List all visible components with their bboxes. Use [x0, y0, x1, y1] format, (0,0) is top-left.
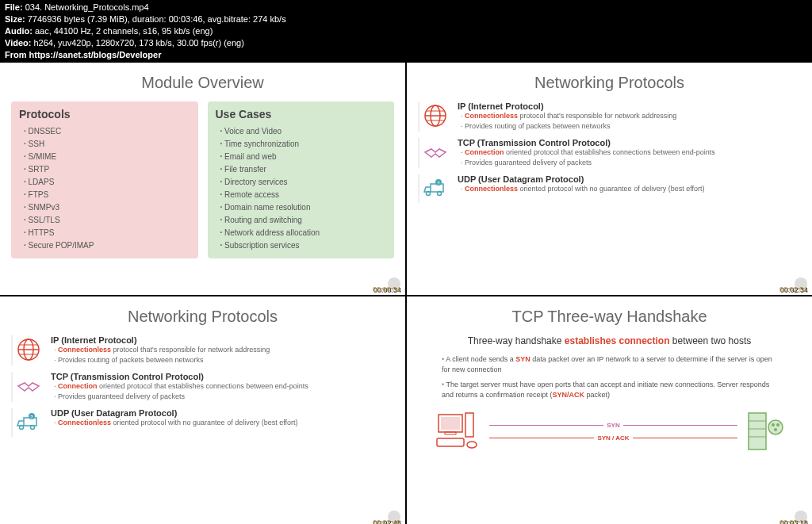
- svg-rect-22: [445, 432, 456, 434]
- list-item: Remote access: [220, 189, 387, 201]
- truck-icon: ?: [14, 408, 43, 437]
- protocol-ip: IP (Internet Protocol) Connectionless pr…: [418, 101, 801, 132]
- list-item: Voice and Video: [220, 125, 387, 138]
- protocol-point: Connectionless protocol that's responsib…: [461, 111, 801, 121]
- media-info-header: File: 034. Networking_Protocols.mp4 Size…: [0, 0, 812, 63]
- globe-icon: [14, 335, 43, 364]
- timestamp: 00:03:18: [779, 518, 807, 524]
- truck-icon: ?: [421, 174, 450, 203]
- svg-point-25: [467, 442, 477, 448]
- protocol-point: Connection oriented protocol that establ…: [461, 147, 801, 158]
- protocols-heading: Protocols: [19, 108, 190, 120]
- usecases-column: Use Cases Voice and Video Time synchroni…: [208, 101, 395, 258]
- protocol-name: TCP (Transmission Control Protocol): [51, 372, 394, 381]
- server-icon: [745, 410, 785, 453]
- slide-title: TCP Three-way Handshake: [418, 308, 801, 326]
- slide-title: Networking Protocols: [418, 74, 801, 92]
- protocol-udp: ? UDP (User Datagram Protocol) Connectio…: [418, 174, 801, 203]
- list-item: HTTPS: [24, 227, 190, 239]
- svg-point-16: [20, 425, 24, 429]
- list-item: SRTP: [24, 163, 190, 176]
- svg-point-7: [438, 192, 442, 196]
- thumbnail-grid: Module Overview Protocols DNSSEC SSH S/M…: [0, 63, 812, 524]
- list-item: Email and web: [220, 151, 387, 163]
- file-value: 034. Networking_Protocols.mp4: [25, 2, 149, 12]
- usecases-heading: Use Cases: [216, 108, 387, 120]
- handshake-points: A client node sends a SYN data packet ov…: [418, 354, 801, 400]
- audio-value: aac, 44100 Hz, 2 channels, s16, 95 kb/s …: [35, 26, 213, 36]
- protocols-list: DNSSEC SSH S/MIME SRTP LDAPS FTPS SNMPv3…: [19, 125, 190, 252]
- protocol-point: Provides routing of packets between netw…: [54, 355, 394, 365]
- protocol-name: IP (Internet Protocol): [458, 101, 801, 111]
- list-item: Subscription services: [220, 239, 387, 252]
- slide-subtitle: Three-way handshake establishes connecti…: [418, 335, 801, 346]
- svg-point-30: [768, 420, 783, 434]
- list-item: Directory services: [220, 176, 387, 189]
- slide-module-overview: Module Overview Protocols DNSSEC SSH S/M…: [0, 63, 405, 295]
- protocol-point: Provides routing of packets between netw…: [461, 121, 801, 132]
- handshake-diagram: SYN SYN / ACK: [418, 410, 801, 453]
- list-item: SSH: [24, 138, 190, 151]
- audio-label: Audio:: [5, 26, 33, 36]
- protocol-point: Provides guaranteed delivery of packets: [54, 392, 394, 402]
- syn-label: SYN: [603, 422, 622, 429]
- list-item: File transfer: [220, 163, 387, 176]
- slide-tcp-handshake: TCP Three-way Handshake Three-way handsh…: [407, 296, 812, 525]
- point: A client node sends a SYN data packet ov…: [442, 354, 777, 375]
- list-item: Domain name resolution: [220, 201, 387, 214]
- list-item: Secure POP/IMAP: [24, 239, 190, 252]
- svg-point-17: [31, 425, 35, 429]
- svg-rect-26: [749, 413, 766, 449]
- timestamp: 00:02:34: [779, 285, 807, 293]
- slide-title: Module Overview: [11, 74, 394, 92]
- protocol-tcp: TCP (Transmission Control Protocol) Conn…: [11, 372, 394, 402]
- timestamp: 00:00:34: [373, 285, 400, 293]
- svg-rect-21: [441, 417, 460, 430]
- slide-networking-protocols: Networking Protocols IP (Internet Protoc…: [407, 63, 812, 295]
- protocol-point: Provides guaranteed delivery of packets: [461, 158, 801, 168]
- protocol-ip: IP (Internet Protocol) Connectionless pr…: [11, 335, 394, 365]
- file-label: File:: [5, 2, 23, 12]
- list-item: Network address allocation: [220, 227, 387, 239]
- svg-rect-24: [437, 438, 464, 446]
- handshake-icon: [421, 138, 450, 166]
- slide-networking-protocols-2: Networking Protocols IP (Internet Protoc…: [0, 296, 405, 525]
- svg-point-32: [776, 423, 779, 426]
- video-value: h264, yuv420p, 1280x720, 173 kb/s, 30.00…: [33, 38, 243, 48]
- list-item: LDAPS: [24, 176, 190, 189]
- client-computer-icon: [434, 411, 481, 451]
- protocol-name: TCP (Transmission Control Protocol): [458, 138, 801, 147]
- protocol-point: Connectionless oriented protocol with no…: [461, 184, 801, 194]
- protocol-name: UDP (User Datagram Protocol): [51, 408, 394, 418]
- protocol-udp: ? UDP (User Datagram Protocol) Connectio…: [11, 408, 394, 437]
- handshake-icon: [14, 372, 43, 400]
- protocol-point: Connectionless protocol that's responsib…: [54, 345, 394, 355]
- list-item: SNMPv3: [24, 201, 190, 214]
- size-label: Size:: [5, 14, 25, 24]
- list-item: DNSSEC: [24, 125, 190, 138]
- protocol-point: Connection oriented protocol that establ…: [54, 381, 394, 392]
- globe-icon: [421, 101, 450, 130]
- list-item: Time synchronization: [220, 138, 387, 151]
- protocols-column: Protocols DNSSEC SSH S/MIME SRTP LDAPS F…: [11, 101, 198, 258]
- video-label: Video:: [5, 38, 31, 48]
- svg-point-33: [774, 428, 777, 431]
- list-item: FTPS: [24, 189, 190, 201]
- list-item: S/MIME: [24, 151, 190, 163]
- svg-point-31: [772, 423, 775, 426]
- point: The target server must have open ports t…: [442, 380, 777, 400]
- svg-rect-23: [465, 413, 473, 437]
- protocol-name: UDP (User Datagram Protocol): [458, 174, 801, 184]
- timestamp: 00:02:48: [373, 518, 400, 524]
- synack-label: SYN / ACK: [594, 434, 632, 442]
- list-item: SSL/TLS: [24, 214, 190, 227]
- svg-point-6: [427, 192, 431, 196]
- arrows: SYN SYN / ACK: [481, 418, 745, 445]
- from-value: From https://sanet.st/blogs/Developer: [5, 50, 161, 59]
- protocol-point: Connectionless oriented protocol with no…: [54, 418, 394, 428]
- slide-title: Networking Protocols: [11, 308, 394, 326]
- protocol-tcp: TCP (Transmission Control Protocol) Conn…: [418, 138, 801, 168]
- list-item: Routing and switching: [220, 214, 387, 227]
- usecases-list: Voice and Video Time synchronization Ema…: [216, 125, 387, 252]
- protocol-name: IP (Internet Protocol): [51, 335, 394, 345]
